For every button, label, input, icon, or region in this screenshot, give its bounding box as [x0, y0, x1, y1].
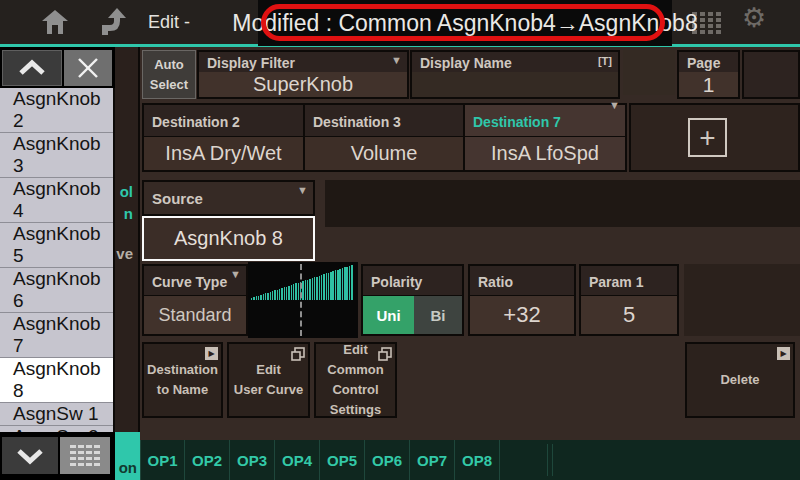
empty-field — [742, 50, 800, 99]
destination-3-tab[interactable]: Destination 3 Volume — [303, 103, 465, 172]
modified-message-text: Modified : Common AsgnKnob4→AsgnKnob8 — [232, 10, 697, 37]
list-item-asgnknob2[interactable]: AsgnKnob 2 — [0, 88, 113, 133]
tab-divider — [552, 444, 553, 476]
tab-op6[interactable]: OP6 — [365, 440, 410, 480]
add-destination-button[interactable]: + — [688, 118, 727, 157]
polarity-label: Polarity — [363, 266, 462, 296]
destination-3-label: Destination 3 — [305, 105, 463, 137]
source-row-panel — [325, 180, 800, 227]
destination-3-value[interactable]: Volume — [305, 137, 463, 170]
display-filter-value[interactable]: SuperKnob — [199, 72, 407, 97]
tab-op4[interactable]: OP4 — [275, 440, 320, 480]
modified-message-overlay: Modified : Common AsgnKnob4→AsgnKnob8 — [258, 0, 672, 46]
sidebar-scroll-up-button[interactable] — [2, 50, 62, 86]
list-item-asgnknob7[interactable]: AsgnKnob 7 — [0, 313, 113, 358]
edit-user-curve-button[interactable]: Edit User Curve — [227, 342, 310, 418]
text-input-icon: [T] — [598, 55, 612, 67]
list-item-asgnknob3[interactable]: AsgnKnob 3 — [0, 133, 113, 178]
close-icon — [77, 57, 99, 79]
covered-nav-column: ol n ve — [113, 47, 140, 432]
param1-field[interactable]: Param 1 5 — [579, 264, 679, 336]
popup-window-icon — [378, 347, 392, 361]
list-item-asgnknob8-selected[interactable]: AsgnKnob 8 — [0, 358, 113, 403]
param1-label: Param 1 — [581, 266, 677, 296]
chevron-down-icon: ▼ — [297, 184, 308, 196]
destination-7-label: Destination 7▼ — [465, 105, 625, 137]
polarity-uni-button[interactable]: Uni — [363, 296, 414, 334]
list-item-asgnknob6[interactable]: AsgnKnob 6 — [0, 268, 113, 313]
list-item-asgnsw1[interactable]: AsgnSw 1 — [0, 403, 113, 426]
jump-icon: ▶ — [205, 347, 218, 360]
destination-2-tab[interactable]: Destination 2 InsA Dry/Wet — [142, 103, 305, 172]
list-item-asgnknob5[interactable]: AsgnKnob 5 — [0, 223, 113, 268]
delete-button[interactable]: ▶ Delete — [685, 342, 795, 418]
covered-text-fragment: ol — [120, 183, 133, 200]
tab-op3[interactable]: OP3 — [230, 440, 275, 480]
chevron-down-icon — [14, 447, 46, 465]
popup-window-icon — [291, 347, 305, 361]
polarity-field: Polarity Uni Bi — [361, 264, 464, 336]
tab-divider — [547, 444, 548, 476]
curve-center-dashed-line — [300, 264, 302, 336]
home-icon[interactable] — [42, 10, 68, 34]
destination-7-value[interactable]: InsA LfoSpd — [465, 137, 625, 170]
chevron-down-icon: ▼ — [609, 99, 620, 111]
polarity-bi-button[interactable]: Bi — [414, 296, 462, 334]
breadcrumb: Edit - — [148, 12, 190, 33]
sidebar-scroll-down-button[interactable] — [2, 437, 58, 474]
destination-to-name-button[interactable]: ▶ Destination to Name — [142, 342, 223, 418]
display-name-field[interactable]: Display Name[T] — [410, 50, 620, 99]
tab-op7[interactable]: OP7 — [410, 440, 455, 480]
display-name-value[interactable] — [412, 72, 618, 97]
empty-panel — [684, 264, 800, 336]
chevron-down-icon: ▼ — [391, 54, 402, 66]
source-value-selected[interactable]: AsgnKnob 8 — [142, 216, 315, 261]
jump-icon: ▶ — [777, 347, 790, 360]
polarity-buttons: Uni Bi — [363, 296, 462, 334]
list-item-asgnknob4[interactable]: AsgnKnob 4 — [0, 178, 113, 223]
covered-text-fragment: ve — [116, 245, 133, 262]
ratio-value[interactable]: +32 — [470, 296, 574, 334]
curve-type-label: Curve Type▼ — [144, 266, 246, 296]
destination-2-value[interactable]: InsA Dry/Wet — [144, 137, 303, 170]
assignable-knob-list: AsgnKnob 2 AsgnKnob 3 AsgnKnob 4 AsgnKno… — [0, 88, 115, 432]
curve-preview-graphic — [248, 262, 358, 338]
auto-select-button[interactable]: Auto Select — [142, 50, 196, 99]
ratio-field[interactable]: Ratio +32 — [468, 264, 576, 336]
sidebar-list-view-button[interactable] — [60, 437, 110, 474]
chevron-up-icon — [16, 59, 48, 77]
synth-touchscreen: Edit - ⚙ ol n ve Auto Select Display Fil… — [0, 0, 800, 480]
up-level-icon[interactable] — [102, 8, 128, 36]
curve-type-field[interactable]: Curve Type▼ Standard — [142, 264, 248, 336]
chevron-down-icon: ▼ — [230, 268, 241, 280]
tab-op2[interactable]: OP2 — [185, 440, 230, 480]
page-field[interactable]: Page 1 — [677, 50, 740, 99]
display-filter-label: Display Filter▼ — [199, 52, 407, 72]
display-filter-field[interactable]: Display Filter▼ SuperKnob — [197, 50, 409, 99]
source-label[interactable]: Source▼ — [142, 180, 315, 216]
utility-gear-icon[interactable]: ⚙ — [742, 5, 766, 32]
destination-7-tab[interactable]: Destination 7▼ InsA LfoSpd — [463, 103, 627, 172]
empty-panel — [623, 50, 675, 95]
tab-op1[interactable]: OP1 — [140, 440, 185, 480]
list-grid-icon — [70, 444, 100, 468]
display-name-label: Display Name[T] — [412, 52, 618, 72]
add-destination-panel: + — [629, 103, 800, 172]
destination-2-label: Destination 2 — [144, 105, 303, 137]
param1-value[interactable]: 5 — [581, 296, 677, 334]
tab-op8[interactable]: OP8 — [455, 440, 500, 480]
page-value[interactable]: 1 — [679, 72, 738, 97]
ratio-label: Ratio — [470, 266, 574, 296]
curve-bars — [251, 264, 353, 300]
tab-op5[interactable]: OP5 — [320, 440, 365, 480]
curve-type-value[interactable]: Standard — [144, 296, 246, 334]
covered-text-fragment: n — [124, 205, 133, 222]
edit-common-control-settings-button[interactable]: Edit Common Control Settings — [314, 342, 397, 418]
sidebar-close-button[interactable] — [64, 50, 112, 86]
bottom-tab-bar: OP1 OP2 OP3 OP4 OP5 OP6 OP7 OP8 — [140, 440, 800, 480]
page-label: Page — [679, 52, 738, 72]
